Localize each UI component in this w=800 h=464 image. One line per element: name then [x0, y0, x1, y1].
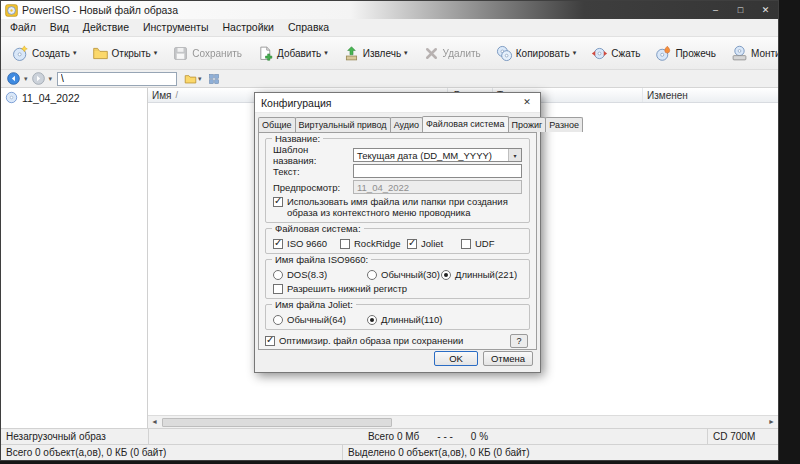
toolbar-create-button[interactable]: Создать ▾ — [9, 42, 80, 65]
checkbox-icon: ✓ — [273, 197, 283, 207]
scroll-left-arrow-icon[interactable]: ◄ — [148, 416, 161, 428]
folder-view-button[interactable]: ▾ — [182, 71, 204, 86]
menu-file[interactable]: Файл — [3, 19, 43, 36]
checkbox-icon: ✓ — [407, 239, 417, 249]
horizontal-scrollbar[interactable]: ◄ ► — [148, 415, 778, 428]
scroll-right-arrow-icon[interactable]: ► — [765, 416, 778, 428]
use-filename-label: Использовать имя файла или папки при соз… — [287, 196, 522, 218]
text-label: Текст: — [273, 166, 353, 177]
forward-button[interactable] — [30, 71, 47, 86]
cancel-button[interactable]: Отмена — [483, 351, 533, 366]
toolbar-button-label: Удалить — [443, 48, 481, 59]
preview-row: Предпросмотр: — [273, 180, 522, 194]
radio-normal30[interactable]: Обычный(30) — [367, 269, 441, 280]
checkbox-icon[interactable]: ✓ — [265, 336, 275, 346]
checkbox-udf[interactable]: ✓ UDF — [461, 238, 495, 249]
toolbar-open-button[interactable]: Открыть ▾ — [89, 42, 161, 65]
menu-bar: Файл Вид Действие Инструменты Настройки … — [1, 19, 778, 37]
menu-action[interactable]: Действие — [76, 19, 136, 36]
save-floppy-icon — [172, 45, 189, 62]
radio-long110[interactable]: Длинный(110) — [367, 314, 442, 325]
copy-disc-icon — [496, 45, 513, 62]
name-text-input[interactable] — [353, 164, 522, 178]
combo-arrow-icon[interactable]: ▾ — [508, 149, 521, 161]
toolbar-copy-button[interactable]: Копировать ▾ — [493, 42, 579, 65]
image-type-status: Незагрузочный образ — [1, 429, 149, 444]
chevron-down-icon[interactable]: ▾ — [404, 49, 408, 57]
radio-icon — [273, 270, 283, 280]
toolbar-save-button[interactable]: Сохранить — [169, 42, 245, 65]
radio-icon — [367, 270, 377, 280]
chevron-down-icon[interactable]: ▾ — [324, 49, 328, 57]
maximize-button[interactable]: □ — [728, 1, 753, 19]
view-mode-button[interactable] — [206, 72, 222, 86]
main-toolbar: Создать ▾ Открыть ▾ Сохранить Добавить ▾… — [1, 37, 778, 70]
optimize-row: ✓ Оптимизир. файл образа при сохранении … — [265, 335, 530, 346]
checkbox-rockridge[interactable]: ✓ RockRidge — [340, 238, 407, 249]
radio-dos83[interactable]: DOS(8.3) — [273, 269, 367, 280]
status-bar-top: Незагрузочный образ Всего 0 Мб - - - 0 %… — [1, 428, 778, 444]
tab-audio[interactable]: Аудио — [390, 117, 423, 132]
name-preview-field — [353, 180, 522, 194]
minimize-button[interactable]: – — [703, 1, 728, 19]
checkbox-icon: ✓ — [273, 284, 283, 294]
toolbar-add-button[interactable]: Добавить ▾ — [254, 42, 331, 65]
close-button[interactable]: ✕ — [753, 1, 778, 19]
joliet-filename-group-title: Имя файла Joliet: — [272, 299, 356, 310]
tab-file-system[interactable]: Файловая система — [422, 116, 509, 132]
path-input[interactable] — [57, 72, 177, 86]
toolbar-mount-button[interactable]: Монтировать ▾ — [728, 42, 778, 65]
optimize-label: Оптимизир. файл образа при сохранении — [279, 335, 463, 346]
tab-panel-file-system: Название: Шаблон названия: Текущая дата … — [258, 132, 537, 350]
forward-history-chevron-icon[interactable]: ▾ — [49, 75, 53, 83]
toolbar-extract-button[interactable]: Извлечь ▾ — [340, 42, 411, 65]
media-type-status[interactable]: CD 700M — [708, 429, 778, 444]
menu-tools[interactable]: Инструменты — [136, 19, 215, 36]
scrollbar-thumb[interactable] — [162, 418, 392, 427]
dialog-footer: OK Отмена — [255, 350, 540, 372]
chevron-down-icon[interactable]: ▾ — [73, 49, 77, 57]
dialog-close-button[interactable]: ✕ — [514, 93, 540, 112]
add-files-icon — [257, 45, 274, 62]
dialog-title: Конфигурация — [261, 97, 331, 109]
toolbar-compress-button[interactable]: Сжать — [588, 42, 643, 65]
tab-virtual-drive[interactable]: Виртуальный привод — [295, 117, 391, 132]
checkbox-joliet[interactable]: ✓ Joliet — [407, 238, 461, 249]
toolbar-delete-button[interactable]: Удалить — [420, 42, 484, 65]
dialog-title-bar[interactable]: Конфигурация ✕ — [255, 93, 540, 113]
chevron-down-icon: ▾ — [198, 75, 202, 83]
use-filename-checkbox[interactable]: ✓ Использовать имя файла или папки при с… — [273, 196, 522, 218]
toolbar-burn-button[interactable]: Прожечь — [652, 42, 719, 65]
back-history-chevron-icon[interactable]: ▾ — [24, 75, 28, 83]
tab-general[interactable]: Общие — [258, 117, 296, 132]
checkbox-icon: ✓ — [461, 239, 471, 249]
optimize-help-button[interactable]: ? — [510, 334, 528, 348]
radio-icon — [367, 315, 377, 325]
radio-long221[interactable]: Длинный(221) — [441, 269, 517, 280]
radio-normal64[interactable]: Обычный(64) — [273, 314, 367, 325]
name-template-select[interactable]: Текущая дата (DD_MM_YYYY) ▾ — [353, 148, 522, 162]
checkbox-lowercase[interactable]: ✓ Разрешить нижний регистр — [273, 283, 522, 294]
back-button[interactable] — [5, 71, 22, 86]
status-bar-bottom: Всего 0 объект(а,ов), 0 КБ (0 байт) Выде… — [1, 444, 778, 460]
name-group: Название: Шаблон названия: Текущая дата … — [265, 138, 530, 223]
ok-button[interactable]: OK — [434, 351, 478, 366]
menu-view[interactable]: Вид — [43, 19, 76, 36]
disc-icon — [5, 91, 18, 104]
filesystem-options: ✓ ISO 9660 ✓ RockRidge ✓ Joliet ✓ UDF — [273, 238, 522, 249]
checkbox-iso9660[interactable]: ✓ ISO 9660 — [273, 238, 340, 249]
tab-misc[interactable]: Разное — [545, 117, 583, 132]
chevron-down-icon[interactable]: ▾ — [573, 49, 577, 57]
tab-burn[interactable]: Прожиг — [508, 117, 547, 132]
compress-image-icon — [591, 45, 608, 62]
iso-filename-group: Имя файла ISO9660: DOS(8.3) Обычный(30) … — [265, 259, 530, 299]
total-objects-status: Всего 0 объект(а,ов), 0 КБ (0 байт) — [1, 445, 343, 460]
capacity-status: Всего 0 Мб - - - 0 % — [149, 429, 708, 444]
column-header-modified[interactable]: Изменен — [643, 88, 778, 102]
mount-drive-icon — [731, 45, 748, 62]
menu-settings[interactable]: Настройки — [215, 19, 281, 36]
radio-icon — [441, 270, 451, 280]
tree-item-root[interactable]: 11_04_2022 — [5, 91, 143, 104]
chevron-down-icon[interactable]: ▾ — [154, 49, 158, 57]
menu-help[interactable]: Справка — [281, 19, 336, 36]
